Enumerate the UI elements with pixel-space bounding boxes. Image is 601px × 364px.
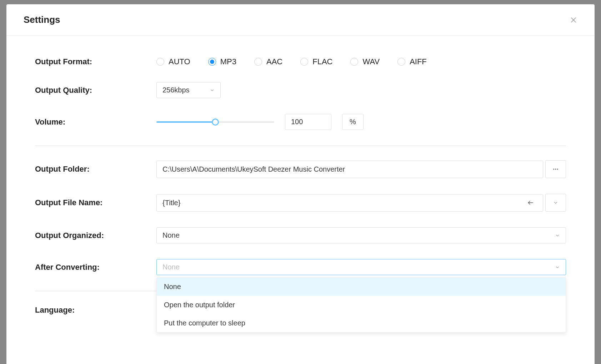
output-quality-label: Output Quality:: [35, 86, 156, 95]
radio-label: AAC: [266, 57, 282, 66]
output-format-radio-group: AUTO MP3 AAC FLAC WAV: [156, 57, 566, 66]
output-folder-row: Output Folder: C:\Users\A\Documents\Ukey…: [35, 160, 566, 178]
radio-circle-icon: [156, 58, 164, 66]
output-filename-controls: {Title}: [156, 194, 566, 212]
svg-point-3: [555, 169, 556, 170]
svg-point-4: [557, 169, 558, 170]
output-organized-label: Output Organized:: [35, 231, 156, 240]
output-quality-controls: 256kbps: [156, 82, 566, 98]
output-filename-label: Output File Name:: [35, 198, 156, 207]
radio-circle-checked-icon: [208, 58, 216, 66]
radio-label: WAV: [362, 57, 380, 66]
radio-label: MP3: [220, 57, 236, 66]
chevron-down-icon: [555, 233, 560, 238]
chevron-down-icon: [555, 265, 560, 270]
close-icon: [570, 16, 577, 24]
modal-title: Settings: [24, 14, 60, 25]
output-organized-select[interactable]: None: [156, 227, 566, 243]
radio-aac[interactable]: AAC: [254, 57, 282, 66]
output-folder-label: Output Folder:: [35, 165, 156, 174]
radio-circle-icon: [254, 58, 262, 66]
ellipsis-icon: [552, 166, 559, 172]
language-label: Language:: [35, 305, 156, 315]
modal-header: Settings: [6, 4, 595, 36]
close-button[interactable]: [570, 16, 577, 24]
radio-label: AIFF: [410, 57, 427, 66]
dropdown-item-none[interactable]: None: [157, 278, 566, 296]
radio-aiff[interactable]: AIFF: [397, 57, 427, 66]
output-folder-input[interactable]: C:\Users\A\Documents\UkeySoft Deezer Mus…: [156, 161, 543, 178]
radio-flac[interactable]: FLAC: [300, 57, 332, 66]
output-organized-controls: None: [156, 227, 566, 243]
radio-label: FLAC: [312, 57, 332, 66]
radio-mp3[interactable]: MP3: [208, 57, 236, 66]
dropdown-item-sleep[interactable]: Put the computer to sleep: [157, 314, 566, 332]
volume-input[interactable]: 100: [285, 114, 331, 130]
radio-circle-icon: [397, 58, 405, 66]
output-organized-row: Output Organized: None: [35, 227, 566, 243]
volume-slider[interactable]: [156, 121, 274, 123]
output-filename-value: {Title}: [162, 199, 180, 207]
chevron-down-icon: [210, 88, 215, 93]
slider-thumb[interactable]: [212, 118, 219, 126]
after-converting-placeholder: None: [162, 263, 180, 271]
radio-circle-icon: [300, 58, 308, 66]
output-filename-input[interactable]: {Title}: [156, 194, 543, 212]
arrow-left-icon: [527, 199, 534, 206]
output-filename-row: Output File Name: {Title}: [35, 194, 566, 212]
filename-dropdown-button[interactable]: [545, 194, 566, 212]
volume-unit: %: [342, 114, 364, 130]
browse-folder-button[interactable]: [545, 160, 566, 178]
volume-label: Volume:: [35, 117, 156, 127]
radio-wav[interactable]: WAV: [350, 57, 380, 66]
divider: [35, 146, 566, 146]
modal-body: Output Format: AUTO MP3 AAC FLAC: [6, 36, 595, 315]
radio-label: AUTO: [169, 57, 190, 66]
radio-circle-icon: [350, 58, 358, 66]
volume-controls: 100 %: [156, 114, 566, 130]
radio-auto[interactable]: AUTO: [156, 57, 190, 66]
dropdown-item-open-folder[interactable]: Open the output folder: [157, 296, 566, 314]
after-converting-row: After Converting: None None Open the out…: [35, 259, 566, 275]
volume-row: Volume: 100 %: [35, 114, 566, 130]
output-format-label: Output Format:: [35, 57, 156, 66]
output-folder-value: C:\Users\A\Documents\UkeySoft Deezer Mus…: [162, 165, 345, 173]
output-organized-value: None: [162, 231, 180, 239]
after-converting-menu: None Open the output folder Put the comp…: [156, 277, 566, 333]
output-folder-controls: C:\Users\A\Documents\UkeySoft Deezer Mus…: [156, 160, 566, 178]
after-converting-dropdown-wrapper: None None Open the output folder Put the…: [156, 259, 566, 275]
svg-point-2: [553, 169, 554, 170]
after-converting-select[interactable]: None: [156, 259, 566, 275]
after-converting-label: After Converting:: [35, 263, 156, 272]
after-converting-controls: None None Open the output folder Put the…: [156, 259, 566, 275]
slider-track: [156, 121, 215, 123]
output-quality-value: 256kbps: [162, 86, 190, 94]
chevron-down-icon: [553, 200, 559, 206]
output-quality-select[interactable]: 256kbps: [156, 82, 221, 98]
output-quality-row: Output Quality: 256kbps: [35, 82, 566, 98]
settings-modal: Settings Output Format: AUTO MP3 AAC: [6, 4, 595, 364]
output-format-row: Output Format: AUTO MP3 AAC FLAC: [35, 57, 566, 66]
